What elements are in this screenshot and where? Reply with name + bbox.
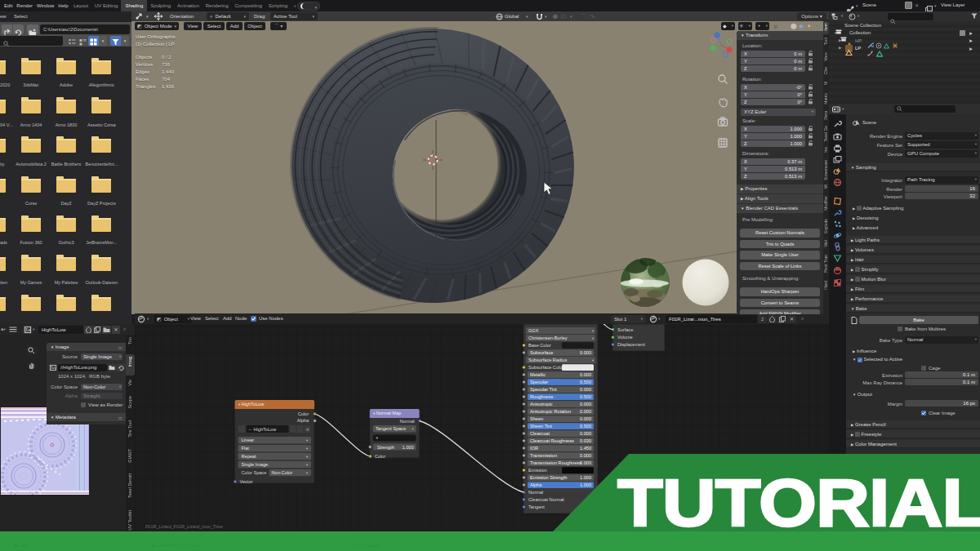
- svg-text:Transmission: Transmission: [530, 453, 557, 458]
- svg-text:Tangent: Tangent: [528, 504, 545, 509]
- svg-text:Surface: Surface: [617, 327, 633, 332]
- svg-text:0.000: 0.000: [580, 387, 591, 392]
- svg-text:Repeat: Repeat: [242, 454, 256, 459]
- svg-text:0.030: 0.030: [580, 438, 591, 443]
- svg-text:HighToLow: HighToLow: [242, 402, 265, 407]
- svg-text:Normal: Normal: [399, 419, 414, 424]
- svg-text:0.000: 0.000: [580, 402, 591, 407]
- svg-text:Volume: Volume: [617, 335, 633, 340]
- svg-text:Christensen-Burley: Christensen-Burley: [528, 335, 568, 340]
- svg-text:0.000: 0.000: [580, 453, 591, 458]
- svg-text:Normal: Normal: [528, 490, 543, 495]
- svg-text:1.000: 1.000: [580, 475, 591, 480]
- svg-text:1.000: 1.000: [580, 482, 591, 487]
- svg-text:0.000: 0.000: [580, 460, 591, 465]
- svg-text:Single Image: Single Image: [242, 462, 269, 467]
- svg-text:Color: Color: [298, 411, 310, 416]
- svg-text:Anisotropic: Anisotropic: [530, 402, 553, 407]
- svg-text:✕: ✕: [305, 427, 309, 432]
- svg-text:Color Space: Color Space: [242, 470, 267, 475]
- svg-text:Transmission Roughness: Transmission Roughness: [530, 460, 581, 465]
- svg-text:0.500: 0.500: [580, 380, 591, 384]
- svg-text:0.000: 0.000: [580, 431, 591, 436]
- svg-text:GGX: GGX: [528, 328, 539, 333]
- svg-text:0.500: 0.500: [580, 424, 591, 429]
- svg-text:Emission Strength: Emission Strength: [530, 475, 567, 480]
- svg-text:0.000: 0.000: [580, 416, 591, 421]
- svg-text:Linear: Linear: [242, 438, 255, 442]
- svg-text:Subsurface: Subsurface: [530, 350, 553, 355]
- svg-text:0.000: 0.000: [580, 372, 591, 377]
- svg-text:▼: ▼: [372, 411, 376, 415]
- svg-text:Anisotropic Rotation: Anisotropic Rotation: [530, 409, 571, 414]
- svg-text:Clearcoat Normal: Clearcoat Normal: [528, 497, 564, 502]
- svg-text:0.500: 0.500: [580, 394, 591, 399]
- svg-text:HighToLow: HighToLow: [254, 427, 278, 432]
- svg-text:Roughness: Roughness: [530, 394, 554, 399]
- svg-text:Tangent Space: Tangent Space: [376, 426, 406, 431]
- svg-text:Subsurface Color: Subsurface Color: [528, 365, 564, 370]
- svg-text:Alpha: Alpha: [297, 418, 310, 423]
- svg-text:Specular Tint: Specular Tint: [530, 387, 557, 392]
- svg-text:Normal Map: Normal Map: [376, 411, 401, 415]
- svg-text:0.000: 0.000: [580, 350, 591, 355]
- svg-text:0.000: 0.000: [580, 409, 591, 414]
- svg-text:Specular: Specular: [530, 380, 548, 384]
- svg-text:Non-Color: Non-Color: [272, 470, 293, 475]
- svg-text:1.000: 1.000: [403, 445, 414, 450]
- svg-text:Emission: Emission: [528, 468, 547, 473]
- svg-text:Flat: Flat: [242, 446, 250, 451]
- svg-text:Sheen: Sheen: [530, 416, 543, 421]
- svg-text:1.450: 1.450: [580, 446, 591, 451]
- svg-text:▼: ▼: [238, 402, 241, 407]
- svg-text:IOR: IOR: [530, 446, 538, 451]
- svg-text:Color: Color: [375, 454, 386, 459]
- svg-text:Alpha: Alpha: [530, 482, 542, 487]
- svg-text:Strength: Strength: [377, 445, 394, 450]
- svg-text:Metallic: Metallic: [530, 372, 546, 377]
- svg-text:Clearcoat: Clearcoat: [530, 431, 550, 436]
- svg-text:Subsurface Radius: Subsurface Radius: [528, 358, 567, 362]
- svg-text:Displacement: Displacement: [617, 342, 645, 347]
- svg-text:Base Color: Base Color: [528, 343, 551, 348]
- svg-text:Sheen Tint: Sheen Tint: [530, 424, 552, 429]
- svg-text:Clearcoat Roughness: Clearcoat Roughness: [530, 438, 574, 443]
- svg-text:Vector: Vector: [240, 479, 253, 484]
